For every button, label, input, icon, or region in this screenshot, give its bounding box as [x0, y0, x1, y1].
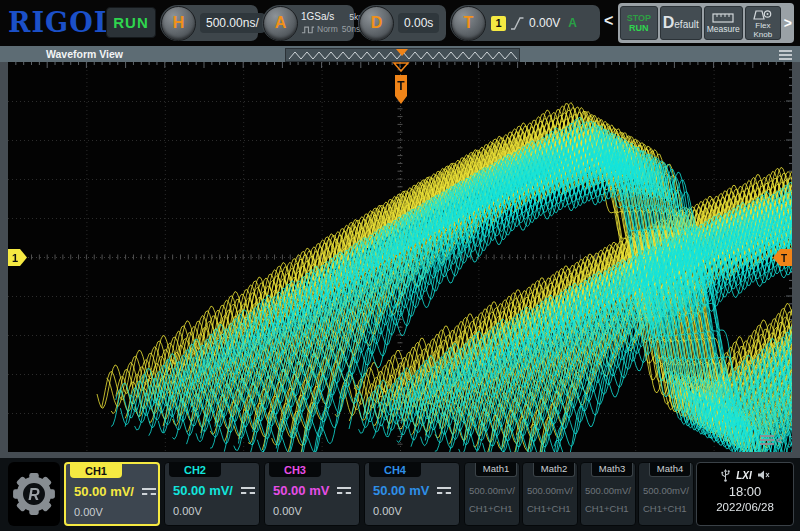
- quick-access-panel: STOP RUN Default Measure Flex Knob >: [618, 3, 794, 43]
- gear-icon: R: [11, 471, 57, 517]
- ruler-icon: [712, 13, 734, 23]
- dc-coupling-icon: [142, 488, 156, 495]
- grid-slide-menu-icon[interactable]: <: [760, 435, 782, 445]
- dc-coupling-icon: [437, 487, 451, 494]
- trigger-level-marker[interactable]: T: [772, 249, 792, 266]
- trigger-sweep-mode: A: [568, 16, 577, 30]
- stop-label: STOP: [627, 13, 651, 23]
- system-status-tile[interactable]: LXI 18:00 2022/06/28: [696, 462, 794, 526]
- dc-coupling-icon: [337, 487, 351, 494]
- toolbar-next-chevron[interactable]: >: [784, 15, 792, 31]
- rigol-gear-logo[interactable]: R: [8, 462, 60, 526]
- horizontal-scale-control[interactable]: H 500.00ns/: [160, 5, 258, 41]
- ch3-scale-value: 50.00 mV: [273, 483, 329, 498]
- svg-text:T: T: [397, 79, 405, 93]
- sample-rate: 1GSa/s: [301, 12, 338, 22]
- delay-value[interactable]: 0.00s: [398, 13, 439, 33]
- math1-tab[interactable]: Math1: [475, 463, 517, 477]
- waveform-view-titlebar[interactable]: Waveform View: [0, 46, 800, 62]
- math4-tile[interactable]: Math4 500.00mV/ CH1+CH1: [638, 462, 694, 526]
- ch2-offset-value: 0.00V: [173, 505, 202, 517]
- math1-scale: 500.00mV/: [469, 485, 515, 496]
- flex-knob-label: Flex Knob: [748, 21, 778, 39]
- ch4-offset-value: 0.00V: [373, 505, 402, 517]
- math4-expression: CH1+CH1: [643, 503, 687, 514]
- default-button[interactable]: Default: [660, 6, 702, 40]
- channel1-ground-marker[interactable]: 1: [8, 249, 28, 266]
- channel-ch2-tile[interactable]: CH2 50.00 mV/ 0.00V: [164, 462, 260, 526]
- oscilloscope-screen: RIGOL RUN H 500.00ns/ A 1GSa/s Norm 5kpt…: [0, 0, 800, 531]
- math1-expression: CH1+CH1: [469, 503, 513, 514]
- waveform-overview-strip[interactable]: [285, 48, 520, 62]
- acquisition-control[interactable]: A 1GSa/s Norm 5kpts 50ns/pt: [262, 5, 354, 41]
- svg-text:1: 1: [12, 252, 18, 264]
- lxi-label: LXI: [736, 470, 752, 481]
- channel-ch3-tile[interactable]: CH3 50.00 mV 0.00V: [264, 462, 360, 526]
- math2-expression: CH1+CH1: [527, 503, 571, 514]
- run-label: RUN: [629, 23, 649, 33]
- flex-knob-button[interactable]: Flex Knob: [745, 6, 781, 40]
- trigger-control[interactable]: T 1 0.00V A: [450, 5, 600, 41]
- dc-coupling-icon: [241, 487, 255, 494]
- titlebar-menu-icon[interactable]: [779, 50, 792, 60]
- run-status-button[interactable]: RUN: [106, 7, 156, 38]
- waveform-view-title: Waveform View: [46, 46, 123, 62]
- horizontal-knob[interactable]: H: [161, 6, 196, 41]
- ch1-scale-value: 50.00 mV/: [74, 484, 134, 499]
- toolbar-prev-chevron[interactable]: <: [604, 12, 613, 30]
- top-toolbar: RIGOL RUN H 500.00ns/ A 1GSa/s Norm 5kpt…: [0, 0, 800, 46]
- math3-tile[interactable]: Math3 500.00mV/ CH1+CH1: [580, 462, 636, 526]
- channel-ch2-tab[interactable]: CH2: [169, 463, 221, 477]
- ch2-scale-value: 50.00 mV/: [173, 483, 233, 498]
- stop-run-button[interactable]: STOP RUN: [620, 6, 658, 40]
- math3-tab[interactable]: Math3: [591, 463, 633, 477]
- waveform-view-panel: Waveform View T 1 T <: [0, 46, 800, 458]
- acquisition-knob[interactable]: A: [263, 6, 298, 41]
- channel-ch1-tab[interactable]: CH1: [70, 464, 122, 478]
- trigger-knob[interactable]: T: [451, 6, 486, 41]
- clock-date: 2022/06/28: [697, 501, 793, 513]
- usb-icon: [720, 468, 731, 483]
- clock-time: 18:00: [697, 484, 793, 499]
- horizontal-scale-value[interactable]: 500.00ns/: [200, 13, 265, 33]
- default-label: Default: [663, 14, 699, 32]
- ch1-offset-value: 0.00V: [74, 506, 103, 518]
- ch3-offset-value: 0.00V: [273, 505, 302, 517]
- math1-tile[interactable]: Math1 500.00mV/ CH1+CH1: [464, 462, 520, 526]
- math2-tile[interactable]: Math2 500.00mV/ CH1+CH1: [522, 462, 578, 526]
- acquisition-mode: Norm: [317, 24, 338, 34]
- svg-text:T: T: [781, 253, 787, 264]
- math2-scale: 500.00mV/: [527, 485, 573, 496]
- bottom-status-bar: R CH1 50.00 mV/ 0.00V CH2 50.00 mV/ 0.00…: [0, 458, 800, 531]
- math2-tab[interactable]: Math2: [533, 463, 575, 477]
- overview-trigger-marker: [396, 49, 408, 56]
- delay-knob[interactable]: D: [359, 6, 394, 41]
- channel-ch1-tile[interactable]: CH1 50.00 mV/ 0.00V: [64, 462, 160, 526]
- channel-ch4-tile[interactable]: CH4 50.00 mV 0.00V: [364, 462, 460, 526]
- measure-button[interactable]: Measure: [704, 6, 743, 40]
- math4-tab[interactable]: Math4: [649, 463, 691, 477]
- trigger-level-value[interactable]: 0.00V: [529, 16, 560, 30]
- math3-scale: 500.00mV/: [585, 485, 631, 496]
- waveform-display[interactable]: [8, 62, 792, 452]
- knob-icon: [752, 8, 773, 20]
- measure-label: Measure: [707, 24, 740, 34]
- rising-edge-icon: [510, 16, 524, 31]
- channel-ch4-tab[interactable]: CH4: [369, 463, 421, 477]
- square-wave-icon: [301, 25, 315, 34]
- speaker-muted-icon: [757, 469, 770, 481]
- rigol-logo: RIGOL: [8, 7, 114, 38]
- math4-scale: 500.00mV/: [643, 485, 689, 496]
- ch4-scale-value: 50.00 mV: [373, 483, 429, 498]
- channel-ch3-tab[interactable]: CH3: [269, 463, 321, 477]
- trigger-source-badge[interactable]: 1: [491, 16, 506, 31]
- math3-expression: CH1+CH1: [585, 503, 629, 514]
- svg-text:R: R: [28, 486, 40, 503]
- trigger-position-flag[interactable]: T: [392, 62, 410, 108]
- delay-control[interactable]: D 0.00s: [358, 5, 446, 41]
